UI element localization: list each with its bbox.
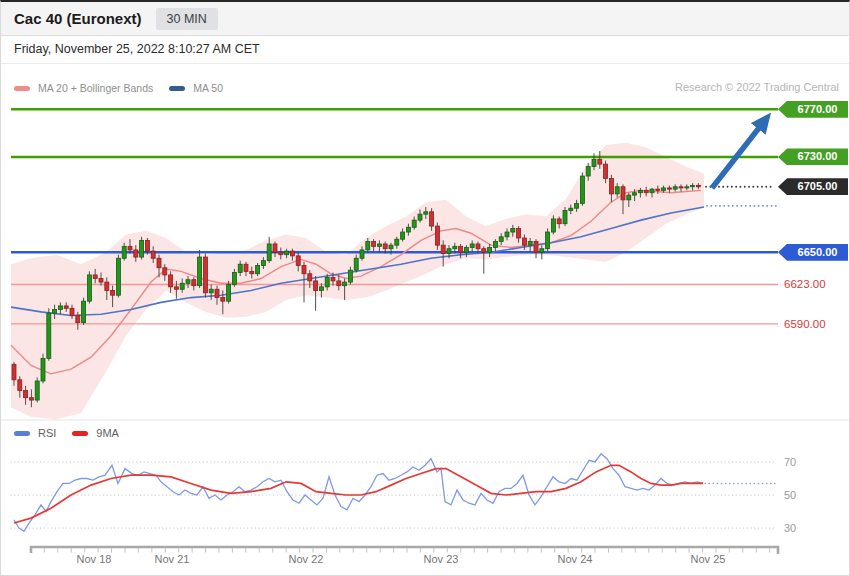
candle-bullish	[453, 246, 457, 248]
candle-bullish	[366, 242, 370, 250]
candle-bearish	[273, 244, 277, 252]
candle-bullish	[470, 244, 474, 248]
candle-bearish	[482, 249, 486, 253]
candle-bearish	[105, 282, 109, 290]
candle-bullish	[615, 187, 619, 194]
candle-bearish	[145, 240, 149, 251]
candle-bearish	[151, 251, 155, 258]
watermark: Research © 2022 Trading Central	[675, 81, 839, 93]
candle-bullish	[586, 167, 590, 177]
x-axis-label-4: Nov 24	[543, 553, 607, 565]
candle-bullish	[343, 282, 347, 286]
nine-ma-legend-swatch	[72, 431, 88, 436]
candle-bullish	[377, 244, 381, 246]
candle-bearish	[383, 244, 387, 249]
candle-bullish	[401, 232, 405, 239]
candle-bearish	[459, 246, 463, 252]
page-title: Cac 40 (Euronext)	[14, 10, 142, 27]
candle-bullish	[53, 310, 57, 314]
candle-bullish	[511, 228, 515, 232]
candle-bullish	[267, 244, 271, 261]
price-level-tag-6770: 6770.00	[778, 101, 848, 118]
candle-bullish	[116, 258, 120, 295]
bollinger-band-area	[11, 143, 704, 419]
candle-bearish	[522, 238, 526, 245]
candle-bullish	[186, 280, 190, 284]
candle-bullish	[569, 208, 573, 210]
rsi-legend-label: RSI	[38, 427, 56, 439]
candle-bullish	[58, 306, 62, 310]
candle-bearish	[157, 258, 161, 268]
candle-bearish	[76, 315, 80, 322]
candle-bullish	[546, 232, 550, 249]
candle-bearish	[476, 244, 480, 249]
candle-bearish	[290, 251, 294, 256]
ma20-bollinger-legend-label: MA 20 + Bollinger Bands	[38, 82, 153, 94]
price-level-label-6623: 6623.00	[784, 277, 846, 291]
candle-bullish	[685, 187, 689, 188]
candle-bearish	[64, 306, 68, 308]
rsi-legend-swatch	[14, 431, 30, 436]
candle-bearish	[296, 256, 300, 266]
candle-bearish	[667, 188, 671, 189]
candle-bullish	[325, 277, 329, 287]
candle-bullish	[493, 242, 497, 248]
candle-bullish	[563, 211, 567, 224]
candle-bullish	[540, 249, 544, 253]
candle-bearish	[24, 391, 28, 398]
candle-bullish	[650, 189, 654, 193]
candle-bearish	[609, 178, 613, 193]
date-line: Friday, November 25, 2022 8:10:27 AM CET	[1, 36, 849, 64]
candle-bearish	[557, 219, 561, 224]
candle-bearish	[302, 265, 306, 273]
candle-bullish	[395, 239, 399, 245]
candle-bearish	[99, 279, 103, 283]
candle-bullish	[424, 212, 428, 214]
candle-bullish	[238, 264, 242, 272]
candle-bullish	[418, 214, 422, 220]
price-level-label-6590: 6590.00	[784, 317, 846, 331]
candle-bearish	[372, 242, 376, 247]
candle-bearish	[215, 289, 219, 297]
ma50-legend-swatch	[169, 86, 185, 91]
candle-bearish	[12, 364, 16, 379]
timeframe-badge: 30 MIN	[156, 8, 218, 30]
candle-bearish	[111, 290, 115, 295]
candle-bullish	[82, 301, 86, 322]
rsi-scale-label-50: 50	[784, 489, 814, 502]
candle-bearish	[314, 281, 318, 291]
candle-bullish	[180, 283, 184, 289]
x-axis-label-1: Nov 21	[140, 553, 204, 565]
x-axis-label-5: Nov 25	[676, 553, 740, 565]
candle-bearish	[174, 287, 178, 289]
candle-bullish	[41, 358, 45, 381]
candle-bearish	[517, 228, 521, 238]
candle-bearish	[128, 246, 132, 250]
candle-bearish	[656, 189, 660, 190]
candle-bearish	[534, 242, 538, 253]
candle-bullish	[232, 273, 236, 285]
candle-bearish	[221, 298, 225, 302]
candle-bearish	[308, 274, 312, 281]
candle-bearish	[250, 271, 254, 273]
candle-bullish	[592, 159, 596, 166]
candle-bullish	[406, 227, 410, 232]
candle-bullish	[261, 261, 265, 266]
candle-bullish	[662, 188, 666, 190]
candle-bullish	[627, 195, 631, 200]
candle-bearish	[163, 268, 167, 275]
rsi-scale-label-30: 30	[784, 522, 814, 535]
candle-bullish	[389, 245, 393, 249]
candle-bullish	[488, 248, 492, 253]
nine-ma-legend-label: 9MA	[96, 427, 119, 439]
candle-bearish	[203, 257, 207, 293]
candle-bullish	[354, 258, 358, 270]
candle-bullish	[35, 381, 39, 400]
candle-bullish	[691, 186, 695, 187]
ma50-legend-label: MA 50	[193, 82, 223, 94]
candle-bullish	[140, 240, 144, 257]
x-axis-label-3: Nov 23	[409, 553, 473, 565]
candle-bullish	[227, 284, 231, 301]
price-level-tag-6650: 6650.00	[778, 244, 848, 261]
legend-main: MA 20 + Bollinger Bands MA 50	[14, 82, 239, 94]
